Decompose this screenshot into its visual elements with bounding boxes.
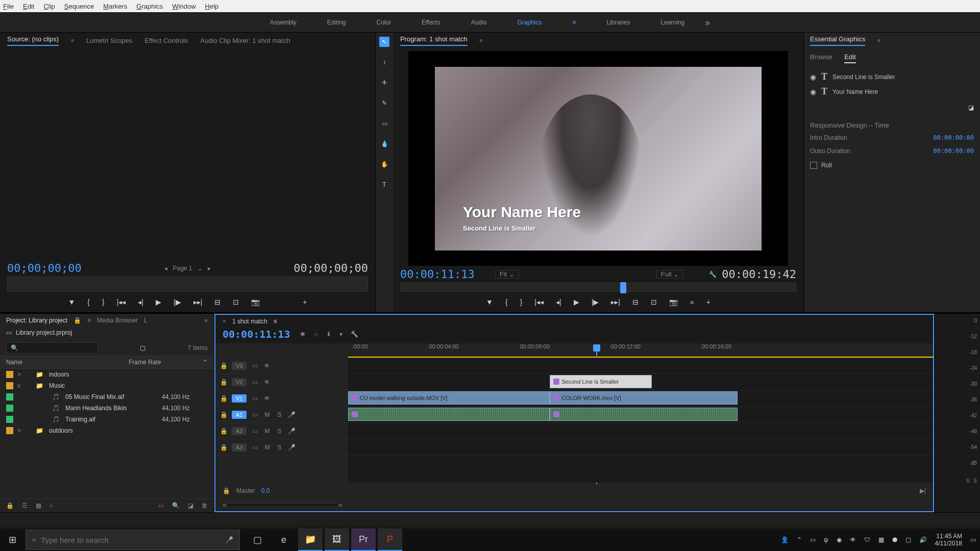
visibility-icon[interactable]: ◉: [810, 73, 816, 81]
tray-icon[interactable]: 👁: [850, 536, 856, 543]
voice-over-icon[interactable]: 🎤: [287, 411, 296, 418]
track-header[interactable]: 🔒 A2 ▭ M S🎤: [215, 423, 348, 439]
icon-view-icon[interactable]: ▦: [36, 502, 41, 509]
libraries-short-tab[interactable]: L: [144, 317, 148, 324]
zoom-slider[interactable]: [226, 503, 338, 507]
task-view-icon[interactable]: ▢: [245, 529, 270, 551]
list-view-icon[interactable]: ☰: [22, 502, 28, 509]
label-chip[interactable]: [6, 405, 13, 412]
solo-icon[interactable]: S: [275, 444, 283, 451]
program-scrubber[interactable]: [400, 283, 796, 292]
mute-icon[interactable]: M: [263, 411, 271, 418]
solo-left-icon[interactable]: S: [966, 478, 970, 484]
export-frame-icon[interactable]: 📷: [669, 298, 678, 306]
col-sort-icon[interactable]: ⌃: [203, 359, 208, 366]
play-icon[interactable]: ▶: [156, 298, 161, 306]
export-frame-icon[interactable]: 📷: [251, 298, 260, 306]
insert-icon[interactable]: ⊟: [214, 298, 220, 306]
voice-over-icon[interactable]: 🎤: [287, 444, 296, 451]
project-tab[interactable]: Project: Library project: [6, 317, 67, 324]
project-row[interactable]: > 📁 outdoors: [0, 425, 214, 436]
media-browser-tab[interactable]: Media Browser: [97, 317, 138, 324]
timeline-menu-icon[interactable]: ≡: [274, 318, 277, 325]
settings-icon[interactable]: ▾: [339, 331, 342, 338]
extract-icon[interactable]: ⊡: [651, 298, 657, 306]
find-icon[interactable]: 🔍: [172, 502, 180, 509]
sync-lock-icon[interactable]: ▭: [251, 428, 259, 435]
explorer-app-icon[interactable]: 📁: [298, 529, 323, 551]
track-row[interactable]: [348, 423, 933, 439]
clip[interactable]: [348, 408, 550, 421]
vertical-align-tool-icon[interactable]: ↕: [379, 57, 389, 67]
program-panel-menu-icon[interactable]: ≡: [480, 38, 483, 43]
track-badge[interactable]: V1: [232, 394, 247, 403]
timeline-ruler[interactable]: :00:00 00:00:04:00 00:00:08:00 00:00:12:…: [348, 343, 933, 358]
page-prev-icon[interactable]: ◂: [164, 265, 167, 272]
marker-icon[interactable]: ▼: [486, 298, 493, 306]
step-back-icon[interactable]: ◂|: [556, 298, 561, 306]
mute-icon[interactable]: M: [263, 444, 271, 451]
workspace-libraries[interactable]: Libraries: [606, 19, 630, 26]
col-framerate-header[interactable]: Frame Rate: [129, 359, 203, 366]
voice-over-icon[interactable]: 🎤: [287, 428, 296, 435]
visibility-icon[interactable]: ◉: [810, 88, 816, 96]
program-tab[interactable]: Program: 1 shot match: [400, 35, 468, 46]
label-chip[interactable]: [6, 382, 13, 389]
page-indicator[interactable]: Page 1: [173, 265, 192, 272]
track-row[interactable]: Second Line is Smaller: [348, 374, 933, 390]
track-badge[interactable]: V3: [232, 362, 247, 370]
clip[interactable]: COLOR WORK.mov [V]: [550, 391, 738, 405]
project-row[interactable]: 🎵 Marin Headlands Bikin 44,100 Hz: [0, 403, 214, 414]
taskbar-search-input[interactable]: [41, 536, 220, 544]
go-to-out-icon[interactable]: ▸▸|: [611, 298, 620, 306]
resolution-select[interactable]: Full ⌄: [656, 270, 684, 279]
master-lock-icon[interactable]: 🔒: [223, 487, 230, 494]
lift-icon[interactable]: ⊟: [632, 298, 639, 306]
taskbar-search[interactable]: ○ 🎤: [26, 530, 240, 550]
toggle-output-icon[interactable]: 👁: [263, 362, 271, 369]
intro-duration-value[interactable]: 00:00:00:00: [934, 134, 974, 141]
track-badge[interactable]: A1: [232, 411, 247, 419]
go-to-in-icon[interactable]: |◂◂: [534, 298, 544, 306]
volume-icon[interactable]: 🔊: [919, 536, 927, 543]
marker-add-icon[interactable]: ⬇: [326, 331, 331, 338]
step-forward-icon[interactable]: |▶: [174, 298, 181, 306]
battery-icon[interactable]: ▭: [810, 536, 816, 543]
sync-lock-icon[interactable]: ▭: [251, 362, 259, 369]
toggle-output-icon[interactable]: 👁: [263, 379, 271, 386]
essential-graphics-tab[interactable]: Essential Graphics: [810, 35, 865, 46]
menu-clip[interactable]: Clip: [43, 3, 55, 10]
program-monitor[interactable]: Your Name Here Second Line is Smaller: [435, 67, 762, 251]
fx-badge-icon[interactable]: [352, 395, 358, 401]
workspace-menu-icon[interactable]: ≡: [572, 19, 576, 26]
graphic-subtitle-text[interactable]: Second Line is Smaller: [463, 224, 535, 232]
menu-graphics[interactable]: Graphics: [136, 3, 163, 10]
lock-icon[interactable]: 🔒: [219, 444, 228, 451]
overwrite-icon[interactable]: ⊡: [233, 298, 239, 306]
page-dropdown-icon[interactable]: ⌄: [198, 265, 203, 272]
page-next-icon[interactable]: ▸: [208, 265, 211, 272]
track-header[interactable]: 🔒 V1 ▭ 👁: [215, 390, 348, 407]
lumetri-scopes-tab[interactable]: Lumetri Scopes: [86, 37, 132, 44]
type-tool-icon[interactable]: T: [379, 180, 389, 190]
project-search-input[interactable]: 🔍: [6, 342, 98, 354]
project-row[interactable]: 🎵 05 Music Final Mix.aif 44,100 Hz: [0, 391, 214, 403]
menu-markers[interactable]: Markers: [103, 3, 127, 10]
roll-checkbox[interactable]: [810, 162, 817, 169]
workspace-graphics[interactable]: Graphics: [517, 19, 542, 26]
track-row[interactable]: [348, 407, 933, 423]
track-header[interactable]: 🔒 A3 ▭ M S🎤: [215, 439, 348, 456]
lock-icon[interactable]: 🔒: [219, 428, 228, 435]
play-icon[interactable]: ▶: [574, 298, 579, 306]
program-timecode-left[interactable]: 00:00:11:13: [400, 268, 475, 281]
eg-panel-menu-icon[interactable]: ≡: [877, 38, 880, 43]
eg-edit-tab[interactable]: Edit: [844, 53, 855, 63]
dropbox-tray-icon[interactable]: ⬢: [892, 536, 897, 543]
chrome-tray-icon[interactable]: ◉: [837, 536, 842, 543]
sync-lock-icon[interactable]: ▭: [251, 379, 259, 386]
powerpoint-app-icon[interactable]: P: [378, 529, 402, 551]
filter-icon[interactable]: ▢: [140, 344, 145, 352]
lock-icon[interactable]: 🔒: [74, 317, 81, 324]
step-forward-icon[interactable]: |▶: [592, 298, 599, 306]
fx-badge-icon[interactable]: [553, 411, 559, 417]
